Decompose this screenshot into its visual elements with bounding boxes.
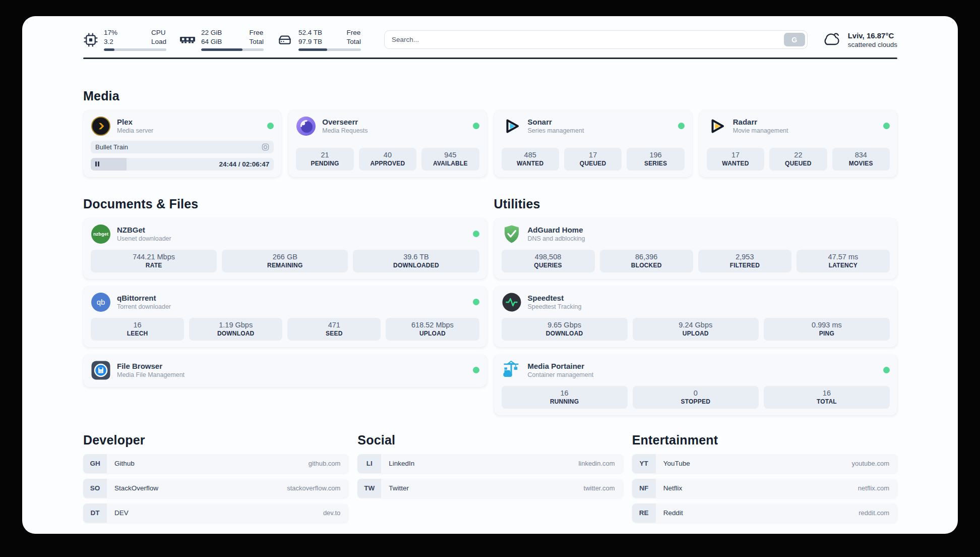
app-card-radarr[interactable]: Radarr Movie management 17 WANTED 22 QUE… bbox=[699, 110, 897, 177]
search-bar: G bbox=[384, 30, 808, 49]
cpu-load-value: 3.2 bbox=[104, 37, 117, 46]
cloud-icon bbox=[821, 30, 842, 49]
disk-free-label: Free bbox=[346, 28, 361, 37]
overseerr-icon bbox=[296, 116, 316, 136]
bookmark-stackoverflow[interactable]: SO StackOverflow stackoverflow.com bbox=[83, 479, 348, 498]
app-title: File Browser bbox=[117, 362, 185, 370]
weather-location-temp: Lviv, 16.87°C bbox=[848, 31, 897, 40]
app-desc: Container management bbox=[528, 371, 594, 378]
bookmark-badge: DT bbox=[83, 504, 107, 523]
app-card-adguard[interactable]: AdGuard Home DNS and adblocking 498,508 … bbox=[494, 218, 898, 279]
app-card-filebrowser[interactable]: File Browser Media File Management bbox=[83, 354, 487, 387]
bookmark-youtube[interactable]: YT YouTube youtube.com bbox=[632, 454, 897, 473]
status-dot bbox=[883, 367, 890, 373]
bookmark-dev[interactable]: DT DEV dev.to bbox=[83, 504, 348, 523]
bookmark-url: stackoverflow.com bbox=[287, 484, 340, 492]
bookmark-netflix[interactable]: NF Netflix netflix.com bbox=[632, 479, 897, 498]
bookmark-reddit[interactable]: RE Reddit reddit.com bbox=[632, 504, 897, 523]
header: 17% 3.2 CPU Load bbox=[83, 28, 897, 51]
app-card-overseerr[interactable]: Overseerr Media Requests 21 PENDING 40 A… bbox=[288, 110, 486, 177]
playback-progress-bar[interactable]: 24:44 / 02:06:47 bbox=[91, 158, 274, 171]
bookmark-github[interactable]: GH Github github.com bbox=[83, 454, 348, 473]
developer-column: Developer GH Github github.com SO StackO… bbox=[83, 432, 348, 528]
status-dot bbox=[267, 123, 274, 129]
app-card-speedtest[interactable]: Speedtest Speedtest Tracking 9.65 Gbps D… bbox=[494, 286, 898, 347]
stat-box: 1.19 Gbps DOWNLOAD bbox=[189, 318, 282, 341]
speedtest-icon bbox=[502, 292, 522, 312]
weather-widget[interactable]: Lviv, 16.87°C scattered clouds bbox=[821, 30, 897, 49]
app-card-portainer[interactable]: Media Portainer Container management 16 … bbox=[494, 354, 898, 415]
weather-condition: scattered clouds bbox=[848, 41, 897, 48]
bookmark-badge: LI bbox=[357, 454, 381, 473]
stat-box: 498,508 QUERIES bbox=[502, 250, 595, 272]
search-input[interactable] bbox=[384, 30, 808, 49]
section-title-documents: Documents & Files bbox=[83, 196, 487, 211]
bookmark-linkedin[interactable]: LI LinkedIn linkedin.com bbox=[357, 454, 623, 473]
documents-column: Documents & Files nzbget NZBGet Usenet d… bbox=[83, 196, 487, 387]
stat-box: 16 LEECH bbox=[91, 318, 184, 341]
bookmark-badge: SO bbox=[83, 479, 107, 498]
disk-total: 97.9 TB bbox=[298, 37, 322, 46]
app-title: AdGuard Home bbox=[528, 226, 585, 234]
stat-box: 17 WANTED bbox=[707, 148, 764, 171]
app-desc: Usenet downloader bbox=[117, 235, 171, 242]
ram-icon bbox=[179, 34, 196, 45]
stat-box: 16 TOTAL bbox=[764, 386, 890, 409]
stat-box: 744.21 Mbps RATE bbox=[91, 250, 217, 272]
disk-icon bbox=[277, 32, 293, 47]
stat-box: 21 PENDING bbox=[296, 148, 353, 171]
ram-progress-bar bbox=[201, 48, 264, 51]
now-playing-row: Bullet Train bbox=[91, 141, 274, 153]
bookmark-url: twitter.com bbox=[584, 484, 615, 492]
bookmark-name: YouTube bbox=[663, 460, 690, 467]
stat-box: 266 GB REMAINING bbox=[222, 250, 348, 272]
stat-box: 9.65 Gbps DOWNLOAD bbox=[502, 318, 628, 341]
bookmark-name: Netflix bbox=[663, 484, 683, 492]
ram-total-label: Total bbox=[249, 37, 264, 46]
qbittorrent-icon: qb bbox=[91, 292, 111, 312]
app-desc: Movie management bbox=[733, 127, 788, 134]
app-title: qBittorrent bbox=[117, 294, 171, 302]
stat-box: 485 WANTED bbox=[502, 148, 559, 171]
section-title-media: Media bbox=[83, 88, 897, 103]
stat-box: 86,396 BLOCKED bbox=[600, 250, 693, 272]
bookmark-badge: NF bbox=[632, 479, 656, 498]
bookmark-url: github.com bbox=[309, 460, 341, 467]
bookmark-url: dev.to bbox=[323, 509, 340, 517]
app-desc: Torrent downloader bbox=[117, 303, 171, 310]
app-title: Plex bbox=[117, 118, 153, 126]
adguard-icon bbox=[502, 224, 522, 244]
search-engine-button[interactable]: G bbox=[784, 33, 805, 46]
header-divider bbox=[83, 58, 897, 59]
ram-stat: 22 GiB 64 GiB Free Total bbox=[179, 28, 264, 51]
media-grid: Plex Media server Bullet Train 24:44 / 0… bbox=[83, 110, 897, 177]
bookmark-badge: YT bbox=[632, 454, 656, 473]
app-desc: Speedtest Tracking bbox=[528, 303, 582, 310]
bookmark-url: netflix.com bbox=[858, 484, 889, 492]
app-title: Media Portainer bbox=[528, 362, 594, 370]
app-title: Speedtest bbox=[528, 294, 582, 302]
stat-box: 16 RUNNING bbox=[502, 386, 628, 409]
bookmark-twitter[interactable]: TW Twitter twitter.com bbox=[357, 479, 623, 498]
bookmark-name: StackOverflow bbox=[114, 484, 158, 492]
stat-box: 945 AVAILABLE bbox=[421, 148, 479, 171]
cpu-stat: 17% 3.2 CPU Load bbox=[83, 28, 166, 51]
app-card-plex[interactable]: Plex Media server Bullet Train 24:44 / 0… bbox=[83, 110, 281, 177]
app-card-nzbget[interactable]: nzbget NZBGet Usenet downloader 744.21 M… bbox=[83, 218, 487, 279]
sonarr-icon bbox=[502, 116, 522, 136]
app-card-sonarr[interactable]: Sonarr Series management 485 WANTED 17 Q… bbox=[494, 110, 692, 177]
app-card-qbittorrent[interactable]: qb qBittorrent Torrent downloader 16 LEE… bbox=[83, 286, 487, 347]
disk-stat: 52.4 TB 97.9 TB Free Total bbox=[277, 28, 361, 51]
stat-box: 471 SEED bbox=[287, 318, 381, 341]
entertainment-column: Entertainment YT YouTube youtube.com NF … bbox=[632, 432, 897, 528]
section-title-entertainment: Entertainment bbox=[632, 432, 897, 448]
plex-icon bbox=[91, 116, 111, 136]
bookmark-name: Twitter bbox=[389, 484, 409, 492]
pause-icon[interactable] bbox=[95, 161, 99, 166]
app-title: Radarr bbox=[733, 118, 788, 126]
section-title-developer: Developer bbox=[83, 432, 348, 448]
bookmark-name: DEV bbox=[114, 509, 129, 517]
system-stats: 17% 3.2 CPU Load bbox=[83, 28, 361, 51]
cpu-label: CPU bbox=[151, 28, 166, 37]
bookmark-name: Reddit bbox=[663, 509, 683, 517]
